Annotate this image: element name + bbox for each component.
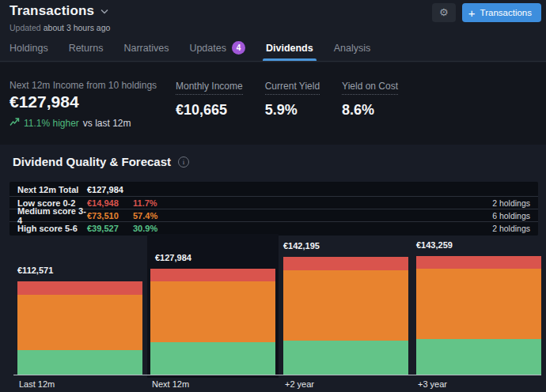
bar-value-label: €142,195 xyxy=(283,241,320,251)
chart-bar--3-year[interactable] xyxy=(416,256,541,375)
dividend-quality-section: Dividend Quality & Forecast i Next 12m T… xyxy=(0,145,546,392)
updated-timestamp: Updatedabout 3 hours ago xyxy=(9,23,110,32)
x-axis-label: +3 year xyxy=(418,379,447,389)
gear-icon: ⚙ xyxy=(439,6,449,18)
stat-value: €10,665 xyxy=(176,102,243,119)
stat-label[interactable]: Monthly Income xyxy=(176,81,243,95)
bar-segment-low-score-0-2 xyxy=(150,269,275,281)
bar-segment-medium-score-3-4 xyxy=(150,281,275,342)
page-title: Transactions xyxy=(9,3,94,19)
bar-segment-medium-score-3-4 xyxy=(416,269,541,339)
tab-updates[interactable]: Updates 4 xyxy=(189,35,245,61)
table-row-low-score[interactable]: Low score 0-2 €14,948 11.7% 2 holdings xyxy=(9,196,538,209)
portfolio-switcher[interactable]: Transactions xyxy=(9,3,108,19)
x-axis-label: +2 year xyxy=(285,379,314,389)
bar-segment-high-score-5-6 xyxy=(416,339,541,375)
table-row-medium-score[interactable]: Medium score 3-4 €73,510 57.4% 6 holding… xyxy=(9,209,538,221)
settings-button[interactable]: ⚙ xyxy=(432,3,456,22)
section-title: Dividend Quality & Forecast xyxy=(13,155,171,168)
income-label: Next 12m Income from 10 holdings xyxy=(9,80,157,91)
chevron-down-icon xyxy=(100,9,108,14)
table-row-total: Next 12m Total €127,984 xyxy=(9,183,538,196)
delta-percent: 11.1% higher xyxy=(24,118,79,129)
chart-bar-last-12m[interactable] xyxy=(17,281,142,375)
trend-up-icon xyxy=(9,118,20,129)
stat-label[interactable]: Yield on Cost xyxy=(342,81,398,95)
x-axis-label: Next 12m xyxy=(152,379,189,389)
stat-current-yield: Current Yield 5.9% xyxy=(265,78,320,119)
stat-value: 8.6% xyxy=(342,102,398,119)
tab-narratives[interactable]: Narratives xyxy=(123,35,169,61)
bar-segment-high-score-5-6 xyxy=(283,341,408,375)
stats-row: Monthly Income €10,665 Current Yield 5.9… xyxy=(176,78,398,119)
income-delta: 11.1% higher vs last 12m xyxy=(9,118,131,129)
bar-segment-medium-score-3-4 xyxy=(283,270,408,341)
stat-value: 5.9% xyxy=(265,102,320,119)
forecast-bar-chart: €112,571Last 12m€127,984Next 12m€142,195… xyxy=(0,234,546,392)
x-axis-label: Last 12m xyxy=(19,379,55,389)
bar-value-label: €143,259 xyxy=(416,240,453,250)
bar-segment-high-score-5-6 xyxy=(17,350,142,375)
x-axis-line xyxy=(13,375,541,375)
dividends-page: Transactions Updatedabout 3 hours ago ⚙ … xyxy=(0,0,546,392)
add-transactions-button[interactable]: + Transactions xyxy=(462,3,541,22)
tab-dividends[interactable]: Dividends xyxy=(266,35,313,61)
tab-bar: Holdings Returns Narratives Updates 4 Di… xyxy=(9,35,370,61)
bar-segment-medium-score-3-4 xyxy=(17,295,142,350)
stat-monthly-income: Monthly Income €10,665 xyxy=(176,78,243,119)
bar-value-label: €127,984 xyxy=(155,253,191,262)
bar-segment-high-score-5-6 xyxy=(150,342,275,375)
header: Transactions Updatedabout 3 hours ago ⚙ … xyxy=(0,0,546,62)
income-value: €127,984 xyxy=(9,92,79,111)
bar-segment-low-score-0-2 xyxy=(416,256,541,269)
info-icon[interactable]: i xyxy=(178,156,189,168)
delta-suffix: vs last 12m xyxy=(83,118,131,129)
updates-count-badge: 4 xyxy=(232,41,245,55)
tab-analysis[interactable]: Analysis xyxy=(334,35,371,61)
tab-holdings[interactable]: Holdings xyxy=(9,35,48,61)
quality-table: Next 12m Total €127,984 Low score 0-2 €1… xyxy=(9,182,538,236)
header-actions: ⚙ + Transactions xyxy=(432,3,541,22)
income-summary: Next 12m Income from 10 holdings €127,98… xyxy=(0,62,546,145)
plus-icon: + xyxy=(468,7,476,19)
table-row-high-score[interactable]: High score 5-6 €39,527 30.9% 2 holdings xyxy=(9,221,538,234)
chart-bar-next-12m[interactable] xyxy=(150,269,275,375)
stat-yield-on-cost: Yield on Cost 8.6% xyxy=(342,78,398,119)
section-head: Dividend Quality & Forecast i xyxy=(13,155,189,168)
tab-returns[interactable]: Returns xyxy=(69,35,104,61)
bar-value-label: €112,571 xyxy=(17,266,53,275)
bar-segment-low-score-0-2 xyxy=(283,257,408,270)
chart-bar--2-year[interactable] xyxy=(283,257,408,375)
bar-segment-low-score-0-2 xyxy=(17,281,142,295)
stat-label[interactable]: Current Yield xyxy=(265,81,320,95)
